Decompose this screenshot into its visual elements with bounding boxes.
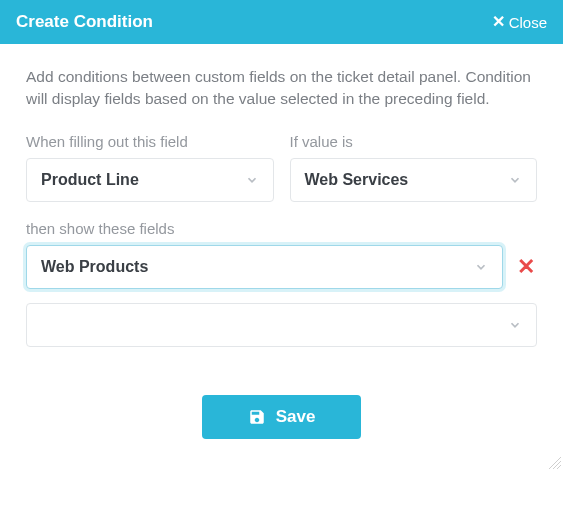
save-button[interactable]: Save [202, 395, 362, 439]
modal-header: Create Condition ✕ Close [0, 0, 563, 44]
field-label: When filling out this field [26, 133, 274, 150]
show-field-value [41, 316, 45, 334]
remove-field-button[interactable]: ✕ [515, 256, 537, 278]
value-label: If value is [290, 133, 538, 150]
value-column: If value is Web Services [290, 133, 538, 202]
description-text: Add conditions between custom fields on … [26, 66, 537, 111]
show-field-select-empty[interactable] [26, 303, 537, 347]
resize-handle-icon[interactable] [549, 455, 561, 467]
save-button-label: Save [276, 407, 316, 427]
field-select[interactable]: Product Line [26, 158, 274, 202]
value-select-value: Web Services [305, 171, 409, 189]
show-fields-label: then show these fields [26, 220, 537, 237]
field-select-value: Product Line [41, 171, 139, 189]
show-field-row: Web Products ✕ [26, 245, 537, 289]
field-column: When filling out this field Product Line [26, 133, 274, 202]
show-field-row [26, 303, 537, 347]
chevron-down-icon [245, 173, 259, 187]
save-icon [248, 408, 266, 426]
show-field-value: Web Products [41, 258, 148, 276]
close-button[interactable]: ✕ Close [492, 14, 547, 31]
chevron-down-icon [474, 260, 488, 274]
modal-body: Add conditions between custom fields on … [0, 44, 563, 469]
save-row: Save [26, 395, 537, 439]
close-icon: ✕ [492, 14, 505, 30]
show-field-select[interactable]: Web Products [26, 245, 503, 289]
create-condition-modal: Create Condition ✕ Close Add conditions … [0, 0, 563, 469]
modal-title: Create Condition [16, 12, 153, 32]
value-select[interactable]: Web Services [290, 158, 538, 202]
condition-row: When filling out this field Product Line… [26, 133, 537, 202]
chevron-down-icon [508, 318, 522, 332]
chevron-down-icon [508, 173, 522, 187]
close-label: Close [509, 14, 547, 31]
